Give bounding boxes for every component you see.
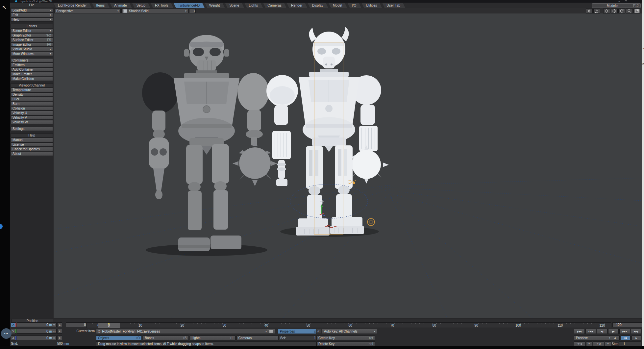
sidebar-item[interactable]: Temperature ▾: [11, 88, 53, 92]
step-field[interactable]: 1: [619, 341, 641, 346]
expand-z-button[interactable]: <>: [52, 336, 57, 340]
menu-tab[interactable]: FX Tools: [151, 3, 173, 8]
menu-tab[interactable]: Setup: [132, 3, 150, 8]
sidebar-item[interactable]: Velocity V ▾: [11, 115, 53, 120]
item-type-button[interactable]: Cameras +C: [236, 336, 282, 340]
menu-tab[interactable]: Utilities: [361, 3, 382, 8]
timeline-handle[interactable]: 0: [98, 323, 120, 328]
menu-tab[interactable]: Display: [308, 3, 328, 8]
modeler-button[interactable]: Modeler F12: [592, 3, 641, 8]
redo-button[interactable]: ↱ z: [593, 341, 604, 346]
axis-z-button[interactable]: Z: [11, 336, 16, 340]
end-frame-field[interactable]: 120: [612, 322, 644, 327]
delete-key-button[interactable]: Delete Key del: [316, 341, 375, 346]
expand-x-button[interactable]: <>: [52, 322, 57, 327]
menu-tab[interactable]: LightForge Render: [54, 3, 92, 8]
transport-go-to-start-button[interactable]: ▮◀◀: [574, 329, 585, 334]
menu-tab[interactable]: TurbulenceFD: [174, 3, 205, 8]
minimize-button[interactable]: –: [619, 0, 620, 3]
expand-y-button[interactable]: <>: [52, 329, 57, 334]
transport-go-to-end-button[interactable]: ▶▶▮: [631, 329, 642, 334]
white-robot-model[interactable]: [266, 27, 389, 236]
item-type-button[interactable]: Lights +L: [190, 336, 235, 340]
menu-tab[interactable]: Scene: [225, 3, 244, 8]
maximize-viewport-icon[interactable]: [633, 9, 640, 13]
maximize-button[interactable]: ▢: [625, 0, 627, 3]
sidebar-item[interactable]: Scene Editor ▾: [11, 29, 53, 33]
center-item-icon[interactable]: [603, 9, 610, 13]
envelope-x-button[interactable]: E: [57, 322, 62, 327]
sidebar-item[interactable]: Surface Editor F5 ▾: [11, 38, 53, 42]
transport-previous-key-button[interactable]: ●◀◀: [585, 329, 596, 334]
menu-tab[interactable]: Cameras: [263, 3, 286, 8]
3d-viewport[interactable]: [54, 13, 642, 318]
menu-tab[interactable]: Animate: [110, 3, 132, 8]
transport-next-frame-button[interactable]: ▮▶: [608, 329, 619, 334]
menu-tab[interactable]: User Tab: [382, 3, 405, 8]
sidebar-item[interactable]: Density ▾: [11, 92, 53, 97]
envelope-z-button[interactable]: E: [57, 336, 62, 340]
item-type-button[interactable]: Objects +O: [96, 336, 142, 340]
menu-tab[interactable]: Lights: [244, 3, 263, 8]
undo-options-dropdown[interactable]: ▾: [586, 341, 592, 346]
redo-options-dropdown[interactable]: ▾: [605, 341, 611, 346]
transport-previous-frame-button[interactable]: ◀▮: [597, 329, 607, 334]
sidebar-item[interactable]: Fuel ▾: [11, 97, 53, 101]
autokey-dropdown[interactable]: Auto Key: All Channels ▾: [322, 329, 377, 334]
sidebar-item[interactable]: Image Editor F6 ▾: [11, 42, 53, 47]
position-y-field[interactable]: 0 m: [17, 329, 54, 334]
rotate-sphere-gizmo[interactable]: [367, 218, 375, 226]
play-forward-button[interactable]: ▶: [632, 336, 641, 340]
sidebar-item[interactable]: Manual ▾: [11, 138, 53, 142]
sidebar-item[interactable]: Load/Add ▾: [11, 8, 53, 12]
sidebar-item[interactable]: About ▾: [11, 152, 53, 156]
create-key-button[interactable]: Create Key ret: [316, 336, 375, 340]
menu-tab[interactable]: Items: [92, 3, 110, 8]
pan-icon[interactable]: [611, 9, 618, 13]
view-mode-dropdown[interactable]: Perspective ▾: [54, 9, 121, 13]
position-x-field[interactable]: 0 m: [17, 322, 54, 327]
shade-mode-dropdown[interactable]: Shaded Solid ▾: [121, 9, 188, 13]
sidebar-item[interactable]: Make Collision ▾: [11, 77, 53, 81]
sidebar-item[interactable]: Make Emitter ▾: [11, 72, 53, 76]
axis-x-button[interactable]: X: [11, 322, 16, 327]
sidebar-item[interactable]: Settings ▾: [11, 127, 53, 131]
more-options-floating-button[interactable]: •••: [1, 328, 12, 339]
sidebar-item[interactable]: Velocity W ▾: [11, 120, 53, 124]
menu-tab[interactable]: Weight: [205, 3, 225, 8]
sidebar-item[interactable]: Edit ▾: [11, 13, 53, 17]
play-reverse-button[interactable]: ◀: [610, 336, 620, 340]
sidebar-item[interactable]: Help ▾: [11, 17, 53, 22]
autokey-checkbox[interactable]: ✓: [316, 329, 321, 334]
zoom-icon[interactable]: [626, 9, 633, 13]
save-layout-icon[interactable]: [593, 9, 600, 13]
sidebar-item[interactable]: Burn ▾: [11, 102, 53, 106]
sidebar-item[interactable]: More Windows ▾: [11, 52, 53, 56]
preview-dropdown[interactable]: Preview ▾: [574, 336, 612, 340]
sidebar-item[interactable]: Virtual Studio ▾: [11, 47, 53, 51]
sidebar-item[interactable]: Add Container ▾: [11, 67, 53, 72]
sidebar-item[interactable]: Graph Editor ^F2 ▾: [11, 33, 53, 37]
sidebar-item[interactable]: Velocity U ▾: [11, 111, 53, 115]
sidebar-item[interactable]: Check for Updates ▾: [11, 147, 53, 151]
sidebar-item[interactable]: Emitters ▾: [11, 63, 53, 67]
sidebar-item[interactable]: Collision ▾: [11, 106, 53, 111]
undo-button[interactable]: ↰^Z: [574, 341, 585, 346]
item-list-button[interactable]: [267, 329, 275, 334]
gear-icon[interactable]: [586, 9, 593, 13]
position-z-field[interactable]: 0 m: [17, 336, 54, 340]
pause-button[interactable]: ▮▮: [621, 336, 631, 340]
current-frame-field[interactable]: 0: [66, 322, 87, 327]
menu-tab[interactable]: Model: [329, 3, 347, 8]
menu-tab[interactable]: I/O: [347, 3, 361, 8]
axis-y-button[interactable]: Y: [11, 329, 16, 334]
timeline-slider[interactable]: 0102030405060708090100110120 0: [86, 322, 611, 328]
gray-robot-model[interactable]: [142, 35, 277, 251]
sidebar-item[interactable]: License ▾: [11, 142, 53, 147]
properties-button[interactable]: Properties p: [278, 329, 318, 334]
transport-next-key-button[interactable]: ▶▶●: [619, 329, 630, 334]
current-item-dropdown[interactable]: ⊙ RobotMaster_ForRyan_F01:EyeLenses ▾: [96, 329, 268, 334]
item-type-button[interactable]: Bones +B: [143, 336, 188, 340]
shade-options-dropdown[interactable]: ▾: [189, 9, 196, 13]
envelope-y-button[interactable]: E: [57, 329, 62, 334]
